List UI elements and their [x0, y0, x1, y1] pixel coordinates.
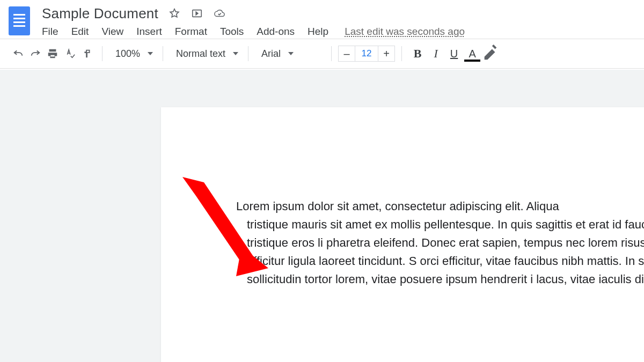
- paragraph-style-value: Normal text: [173, 48, 229, 60]
- font-size-increase-button[interactable]: +: [378, 46, 394, 61]
- paint-format-button[interactable]: [78, 45, 96, 62]
- menu-bar: File Edit View Insert Format Tools Add-o…: [42, 26, 465, 38]
- font-value: Arial: [258, 48, 284, 60]
- zoom-dropdown[interactable]: 100%: [109, 48, 156, 60]
- menu-tools[interactable]: Tools: [220, 26, 244, 38]
- font-size-stepper: – 12 +: [338, 46, 395, 62]
- bold-button[interactable]: B: [408, 45, 427, 62]
- menu-format[interactable]: Format: [175, 26, 207, 38]
- menu-view[interactable]: View: [101, 26, 123, 38]
- document-title[interactable]: Sample Document: [42, 5, 158, 22]
- last-edit-link[interactable]: Last edit was seconds ago: [345, 26, 465, 38]
- cloud-saved-icon[interactable]: [213, 7, 226, 20]
- text-color-button[interactable]: A: [463, 45, 481, 62]
- toolbar: 100% Normal text Arial – 12 + B I U A: [0, 39, 644, 69]
- menu-insert[interactable]: Insert: [136, 26, 162, 38]
- font-size-input[interactable]: 12: [355, 46, 378, 61]
- menu-edit[interactable]: Edit: [71, 26, 89, 38]
- print-button[interactable]: [44, 45, 61, 62]
- zoom-value: 100%: [112, 48, 143, 60]
- body-rest: tristique mauris sit amet ex mollis pell…: [247, 216, 644, 289]
- move-icon[interactable]: [191, 7, 203, 20]
- spellcheck-button[interactable]: [61, 45, 78, 62]
- font-size-decrease-button[interactable]: –: [339, 46, 355, 61]
- body-first-line: Lorem ipsum dolor sit amet, consectetur …: [236, 197, 644, 216]
- caret-down-icon: [148, 52, 153, 55]
- undo-button[interactable]: [10, 45, 27, 62]
- highlight-button[interactable]: [481, 45, 500, 62]
- underline-button[interactable]: U: [445, 45, 463, 62]
- font-dropdown[interactable]: Arial: [255, 48, 325, 60]
- caret-down-icon: [288, 52, 294, 55]
- menu-addons[interactable]: Add-ons: [257, 26, 295, 38]
- paragraph-style-dropdown[interactable]: Normal text: [170, 48, 241, 60]
- star-icon[interactable]: [168, 7, 181, 20]
- italic-button[interactable]: I: [427, 45, 445, 62]
- redo-button[interactable]: [27, 45, 44, 62]
- menu-file[interactable]: File: [42, 26, 58, 38]
- menu-help[interactable]: Help: [308, 26, 328, 38]
- document-page[interactable]: Lorem ipsum dolor sit amet, consectetur …: [161, 107, 644, 362]
- document-body[interactable]: Lorem ipsum dolor sit amet, consectetur …: [247, 197, 644, 289]
- editor-canvas: Lorem ipsum dolor sit amet, consectetur …: [0, 70, 644, 362]
- docs-logo[interactable]: [9, 6, 30, 35]
- caret-down-icon: [233, 52, 238, 55]
